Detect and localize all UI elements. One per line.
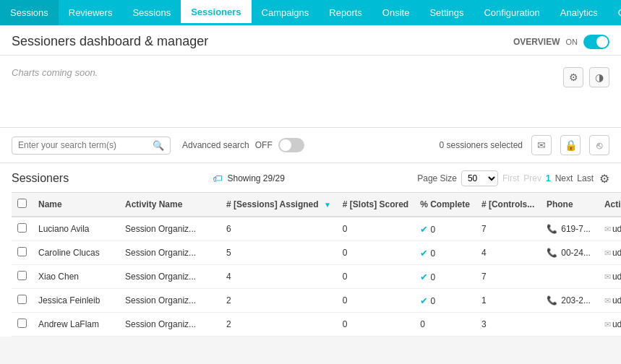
- row-sessions-1: 5: [220, 241, 337, 265]
- row-checkbox-3[interactable]: [17, 295, 27, 304]
- th-actions[interactable]: Actions: [599, 193, 621, 217]
- nav-onsite[interactable]: Onsite: [372, 0, 420, 25]
- row-complete-1: ✔ 0: [414, 241, 476, 265]
- nav-sessions2[interactable]: Sessions: [122, 0, 181, 25]
- row-checkbox-cell-3[interactable]: [12, 289, 33, 313]
- row-checkbox-cell-2[interactable]: [12, 265, 33, 289]
- charts-placeholder: Charts coming soon.: [12, 67, 98, 78]
- row-actions-3: ✉ude...: [599, 289, 621, 313]
- current-page: 1: [546, 173, 551, 183]
- phone-icon: 📞: [547, 295, 557, 306]
- table-row: Xiao Chen Session Organiz... 4 0 ✔ 0 7 ✉…: [12, 265, 621, 289]
- row-phone-3: 📞 203-2...: [541, 289, 599, 313]
- table-row: Luciano Avila Session Organiz... 6 0 ✔ 0…: [12, 217, 621, 241]
- email-icon-0: ✉: [604, 225, 611, 233]
- row-checkbox-1[interactable]: [17, 247, 27, 256]
- search-icon[interactable]: 🔍: [153, 140, 164, 151]
- row-complete-0: ✔ 0: [414, 217, 476, 241]
- row-actions-1: ✉ude...: [599, 241, 621, 265]
- row-activity-4: Session Organiz...: [119, 313, 220, 337]
- showing-info: 🏷 Showing 29/29: [80, 173, 417, 184]
- table-row: Jessica Feinleib Session Organiz... 2 0 …: [12, 289, 621, 313]
- nav-sessions[interactable]: Sessions: [0, 0, 59, 25]
- row-sessions-3: 2: [220, 289, 337, 313]
- selected-count-text: 0 sessioners selected: [440, 140, 523, 150]
- advanced-search-label: Advanced search: [182, 140, 249, 150]
- row-sessions-2: 4: [220, 265, 337, 289]
- row-name-3: Jessica Feinleib: [33, 289, 119, 313]
- prev-page-btn[interactable]: Prev: [523, 173, 541, 183]
- page-title: Sessioners dashboard & manager: [12, 34, 208, 49]
- th-sessions[interactable]: # [Sessions] Assigned ▼: [220, 193, 337, 217]
- row-slots-2: 0: [337, 265, 414, 289]
- email-icon-3: ✉: [604, 296, 611, 305]
- page-size-label: Page Size: [417, 173, 457, 183]
- settings-icon-btn[interactable]: ⚙: [563, 67, 583, 87]
- nav-settings[interactable]: Settings: [419, 0, 474, 25]
- email-icon-4: ✉: [604, 320, 611, 329]
- data-table: Name Activity Name # [Sessions] Assigned…: [12, 192, 621, 337]
- row-name-1: Caroline Clucas: [33, 241, 119, 265]
- row-actions-2: ✉ude...: [599, 265, 621, 289]
- check-icon: ✔: [420, 224, 428, 235]
- bookmark-icon: 🏷: [213, 173, 223, 184]
- row-activity-2: Session Organiz...: [119, 265, 220, 289]
- nav-sessioners[interactable]: Sessioners: [181, 0, 251, 25]
- nav-operation[interactable]: Operation: [608, 0, 621, 25]
- row-name-2: Xiao Chen: [33, 265, 119, 289]
- lock-action-icon[interactable]: 🔒: [560, 135, 581, 155]
- table-section: Sessioners 🏷 Showing 29/29 Page Size 10 …: [0, 163, 621, 337]
- check-icon: ✔: [420, 248, 428, 259]
- check-icon: ✔: [420, 295, 428, 306]
- select-all-checkbox[interactable]: [17, 199, 27, 208]
- page-controls: Page Size 10 25 50 100 First Prev 1 Next…: [417, 170, 594, 186]
- last-page-btn[interactable]: Last: [577, 173, 594, 183]
- search-input[interactable]: [18, 140, 153, 150]
- th-activity[interactable]: Activity Name: [119, 193, 220, 217]
- row-checkbox-4[interactable]: [17, 318, 27, 328]
- next-page-btn[interactable]: Next: [555, 173, 573, 183]
- row-checkbox-0[interactable]: [17, 223, 27, 233]
- th-select-all[interactable]: [12, 193, 33, 217]
- overview-toggle-switch[interactable]: [583, 35, 609, 49]
- nav-analytics[interactable]: Analytics: [550, 0, 608, 25]
- row-actions-0: ✉ude...: [599, 217, 621, 241]
- row-checkbox-cell-4[interactable]: [12, 313, 33, 337]
- row-activity-3: Session Organiz...: [119, 289, 220, 313]
- th-name[interactable]: Name: [33, 193, 119, 217]
- first-page-btn[interactable]: First: [502, 173, 519, 183]
- row-sessions-4: 2: [220, 313, 337, 337]
- row-slots-0: 0: [337, 217, 414, 241]
- export-action-icon[interactable]: ⎋: [589, 135, 609, 155]
- row-checkbox-cell-1[interactable]: [12, 241, 33, 265]
- th-complete[interactable]: % Complete: [414, 193, 476, 217]
- nav-reports[interactable]: Reports: [319, 0, 372, 25]
- table-row: Andrew LaFlam Session Organiz... 2 0 0 3…: [12, 313, 621, 337]
- table-settings-icon[interactable]: ⚙: [599, 172, 609, 186]
- check-icon: ✔: [420, 272, 428, 282]
- nav-configuration[interactable]: Configuration: [474, 0, 549, 25]
- row-slots-3: 0: [337, 289, 414, 313]
- row-checkbox-cell-0[interactable]: [12, 217, 33, 241]
- th-controls[interactable]: # [Controls...: [476, 193, 541, 217]
- toggle-on-label: ON: [566, 38, 578, 46]
- row-checkbox-2[interactable]: [17, 271, 27, 280]
- row-activity-0: Session Organiz...: [119, 217, 220, 241]
- row-complete-4: 0: [414, 313, 476, 337]
- charts-icons: ⚙ ◑: [563, 67, 609, 87]
- th-phone[interactable]: Phone: [541, 193, 599, 217]
- row-sessions-0: 6: [220, 217, 337, 241]
- row-phone-4: [541, 313, 599, 337]
- email-action-icon[interactable]: ✉: [531, 135, 552, 155]
- th-slots[interactable]: # [Slots] Scored: [337, 193, 414, 217]
- row-activity-1: Session Organiz...: [119, 241, 220, 265]
- navbar: Sessions Reviewers Sessions Sessioners C…: [0, 0, 621, 25]
- nav-campaigns[interactable]: Campaigns: [252, 0, 320, 25]
- chart-toggle-icon-btn[interactable]: ◑: [589, 67, 609, 87]
- page-size-select[interactable]: 10 25 50 100: [461, 170, 498, 186]
- advanced-search-toggle[interactable]: [278, 138, 304, 152]
- nav-reviewers[interactable]: Reviewers: [59, 0, 123, 25]
- advanced-search-area: Advanced search OFF: [182, 138, 304, 152]
- showing-text: Showing 29/29: [227, 173, 284, 183]
- charts-area: Charts coming soon. ⚙ ◑: [0, 56, 621, 128]
